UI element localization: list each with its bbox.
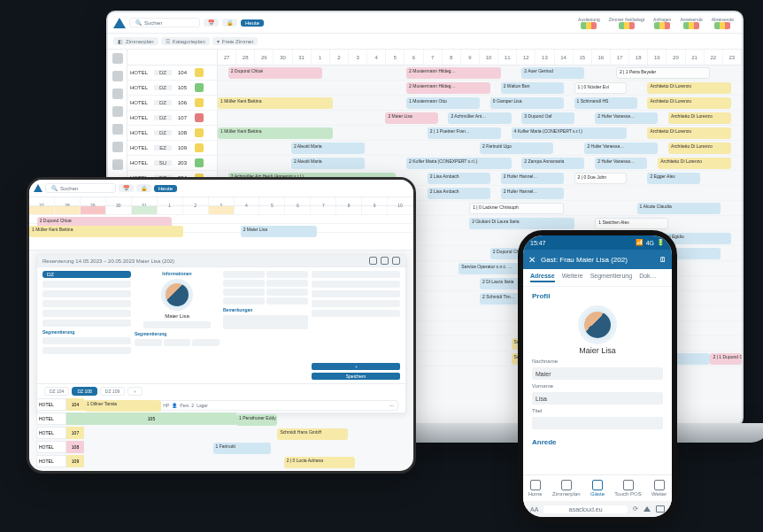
field[interactable] [42, 281, 131, 288]
booking-block[interactable]: 1 Müller Kent Bettina [218, 127, 333, 139]
mini-room-row[interactable]: HOTEL1081 Farinotti [36, 441, 406, 453]
room-tab[interactable]: DZ 109 [100, 387, 125, 396]
tab-weitere[interactable]: Weitere [562, 273, 583, 282]
room-row[interactable]: HOTELDZ105 [127, 81, 217, 96]
nav-item-zimmerplan[interactable]: Zimmerplan [552, 480, 581, 497]
rail-icon[interactable] [112, 53, 123, 64]
text-input[interactable] [532, 417, 663, 429]
nav-item-gäste[interactable]: Gäste [590, 480, 605, 497]
url-address[interactable]: asacloud.eu [543, 505, 628, 513]
tab-dok[interactable]: Dok… [639, 273, 656, 282]
booking-block[interactable]: 2 | 1 Dupond C… [710, 353, 742, 365]
booking-block[interactable]: 1 Alcote Claudia [637, 203, 721, 214]
booking-block[interactable]: 2 Walton Ben [501, 82, 564, 94]
booking-block[interactable]: 2 Mustermann Hildeg… [406, 82, 490, 94]
booking-block[interactable]: 2 | 1 Poeiner Fran… [428, 127, 501, 139]
booking-block[interactable]: Architetto Di Lorenzo [647, 127, 731, 139]
booking-block[interactable]: 2 Zampa Annamaria [521, 158, 584, 169]
booking-block[interactable]: 2 | 0 Doe John [574, 173, 627, 184]
lock-icon[interactable]: 🔒 [222, 19, 237, 27]
mini-room-row[interactable]: HOTEL1051 Perathoner Eddy [36, 412, 406, 425]
tabs-icon[interactable] [656, 505, 665, 513]
booking-block[interactable]: Architetto Di Lorenzo [668, 112, 731, 124]
booking-block[interactable]: 2 Kofler Maria (CONEXPERT s.r.l.) [406, 158, 511, 169]
text-size-icon[interactable]: AA [530, 506, 538, 513]
booking-block[interactable]: 2 Hofer Hannel… [501, 188, 564, 199]
close-icon[interactable]: ✕ [528, 255, 536, 265]
booking-block[interactable]: 2 Achmüller Ant… [448, 112, 511, 124]
refresh-icon[interactable]: ⟳ [633, 505, 638, 513]
text-input[interactable]: Lisa [532, 392, 663, 405]
booking-block[interactable]: 2 Auer Gertrud [521, 67, 584, 79]
booking-block[interactable]: 0 Gamper Lisa [490, 97, 564, 109]
rail-icon[interactable] [112, 89, 123, 99]
booking-block[interactable]: 1 Steichen Alex [595, 218, 668, 229]
room-row[interactable]: HOTELDZ108 [127, 126, 217, 141]
secondary-button[interactable]: ＋ [312, 363, 400, 370]
filter-freie-zimmer[interactable]: ▾ Freie Zimmer [212, 37, 258, 45]
booking-block[interactable]: 2 Aleotti Maria [291, 158, 365, 169]
booking-block[interactable]: 2 Egger Alex [647, 173, 699, 184]
text-input[interactable]: Maier [532, 367, 663, 380]
maximize-icon[interactable] [381, 257, 389, 265]
plan-toggle-zimmer[interactable]: ◧ Zimmerplan [113, 37, 158, 45]
calendar-icon[interactable]: 🗓 [659, 256, 667, 264]
booking-block[interactable]: 4 Kofler Maria (CONEXPERT s.r.l.) [512, 127, 627, 139]
rail-icon[interactable] [112, 71, 123, 81]
booking-block[interactable]: 2 Giuliani Di Laura Ilaria [469, 218, 574, 229]
booking-block[interactable]: Architetto Di Lorenzo [658, 158, 731, 169]
booking-block[interactable]: 2 Hofer Hannel… [501, 173, 564, 184]
room-row[interactable]: HOTELEZ109 [127, 141, 217, 156]
tab-adresse[interactable]: Adresse [530, 273, 555, 282]
room-row[interactable]: HOTELSU203 [127, 156, 217, 171]
booking-block[interactable]: 2 Hofer Vanessa… [595, 112, 658, 124]
booking-block[interactable]: Architetto Di Lorenzo [647, 97, 731, 109]
calendar-icon[interactable]: 📅 [119, 184, 134, 192]
tab-segment[interactable]: Segmentierung [590, 273, 632, 282]
booking-block[interactable]: Architetto Di Lorenzo [668, 143, 731, 154]
booking-block[interactable]: 2 | 1 Petra Beyeler [616, 67, 711, 79]
booking-block[interactable]: 2 Lisa Ambach [428, 188, 490, 199]
booking-block[interactable]: 2 Dupond Chloé [228, 67, 323, 79]
search-input[interactable]: 🔍 Suchen [45, 183, 116, 193]
nav-item-touch pos[interactable]: Touch POS [614, 480, 641, 497]
nav-item-weiter[interactable]: Weiter [651, 480, 667, 497]
booking-block[interactable]: 1 Müller Kent Bettina [218, 97, 333, 109]
today-button[interactable]: Heute [154, 185, 177, 192]
booking-block[interactable]: 1 | 0 Nöstler Evi [574, 82, 627, 94]
share-icon[interactable] [644, 506, 651, 512]
plan-toggle-kategorie[interactable]: ☰ Kategorieplan [161, 37, 210, 45]
booking-block[interactable]: 2 Farinotti Ugo [480, 143, 553, 154]
mini-room-row[interactable]: HOTEL1092 | 0 Lucia Adriana [36, 455, 406, 467]
nav-item-home[interactable]: Home [528, 480, 543, 497]
booking-block[interactable]: 2 Hofer Vanessa… [584, 143, 658, 154]
search-input[interactable]: 🔍 Suchen [129, 18, 200, 27]
today-button[interactable]: Heute [241, 19, 264, 27]
lock-icon[interactable]: 🔒 [136, 184, 151, 192]
rail-icon[interactable] [112, 106, 123, 117]
rail-icon[interactable] [112, 159, 123, 170]
booking-block[interactable]: 2 Aleotti Maria [291, 143, 365, 154]
close-icon[interactable] [392, 257, 400, 265]
booking-block[interactable]: 2 Mustermann Hildeg… [406, 67, 501, 79]
room-tab[interactable]: DZ 108 [72, 387, 96, 396]
mini-room-row[interactable]: HOTEL107Schmidt Hans GmbH [36, 427, 406, 439]
booking-block[interactable]: 2 Maier Lisa [385, 112, 437, 124]
booking-block[interactable]: 1 | 0 Lackner Christoph [469, 203, 564, 214]
primary-button[interactable]: Speichern [312, 373, 400, 380]
room-tab[interactable]: DZ 104 [44, 387, 69, 396]
rail-icon[interactable] [112, 142, 123, 152]
add-room-tab[interactable]: ＋ [127, 387, 143, 396]
room-row[interactable]: HOTELDZ104 [127, 66, 217, 81]
calendar-icon[interactable]: 📅 [204, 19, 219, 27]
mini-room-row[interactable]: HOTEL1041 Dillner Tamás [36, 398, 406, 411]
booking-block[interactable]: 1 Schimandl HS [574, 97, 637, 109]
booking-block[interactable]: 1 Mustermann Otto [406, 97, 480, 109]
booking-block[interactable]: 2 Hofer Vanessa… [595, 158, 647, 169]
minimize-icon[interactable] [369, 257, 377, 265]
room-row[interactable]: HOTELDZ107 [127, 111, 217, 126]
booking-block[interactable]: Architetto Di Lorenzo [647, 82, 731, 94]
rail-icon[interactable] [112, 124, 123, 135]
room-row[interactable]: HOTELDZ106 [127, 96, 217, 111]
booking-block[interactable]: 2 Lisa Ambach [428, 173, 490, 184]
